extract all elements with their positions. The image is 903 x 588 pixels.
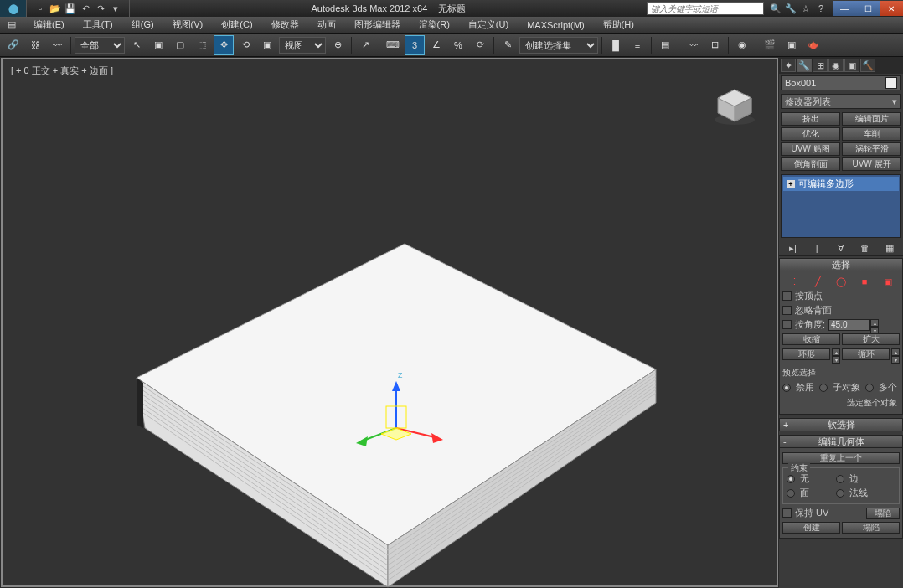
collapse-button[interactable]: 塌陷 [842, 522, 900, 534]
soft-selection-header[interactable]: +软选择 [779, 418, 903, 431]
create-button[interactable]: 创建 [782, 522, 840, 534]
menu-views[interactable]: 视图(V) [169, 17, 207, 33]
app-logo[interactable]: ⬤ [0, 0, 27, 17]
menu-help[interactable]: 帮助(H) [600, 17, 637, 33]
angle-snap-icon[interactable]: ∠ [426, 35, 446, 55]
turbosmooth-button[interactable]: 涡轮平滑 [842, 142, 901, 156]
material-editor-icon[interactable]: ◉ [732, 35, 752, 55]
extrude-button[interactable]: 挤出 [781, 112, 840, 126]
display-tab-icon[interactable]: ▣ [844, 59, 859, 72]
percent-snap-icon[interactable]: % [448, 35, 468, 55]
binoculars-icon[interactable]: 🔍 [769, 2, 782, 15]
help-icon[interactable]: ? [814, 2, 828, 15]
border-icon[interactable]: ◯ [834, 276, 848, 287]
constraint-none-radio[interactable] [787, 475, 795, 483]
remove-mod-icon[interactable]: 🗑 [859, 241, 872, 255]
render-setup-icon[interactable]: 🎬 [760, 35, 780, 55]
search-input[interactable] [647, 2, 764, 15]
edit-patch-button[interactable]: 编辑面片 [842, 112, 901, 126]
dropdown-icon[interactable]: ▾ [109, 2, 122, 15]
named-selection-dropdown[interactable]: 创建选择集 [519, 37, 598, 54]
menu-modifiers[interactable]: 修改器 [268, 17, 302, 33]
constraint-normal-radio[interactable] [836, 489, 844, 498]
polygon-icon[interactable]: ■ [858, 276, 871, 287]
new-icon[interactable]: ▫ [34, 2, 47, 15]
utilities-tab-icon[interactable]: 🔨 [860, 59, 875, 72]
edit-geometry-header[interactable]: -编辑几何体 [779, 435, 903, 448]
uvw-map-button[interactable]: UVW 贴图 [781, 142, 840, 156]
viewport-label[interactable]: [ + 0 正交 + 真实 + 边面 ] [11, 64, 113, 77]
preserve-uv-checkbox[interactable] [782, 508, 792, 518]
select-manipulate-icon[interactable]: ↗ [355, 35, 375, 55]
menu-animation[interactable]: 动画 [314, 17, 339, 33]
scale-icon[interactable]: ▣ [257, 35, 277, 55]
align-icon[interactable]: ≡ [627, 35, 648, 55]
ignore-backfacing-checkbox[interactable] [782, 306, 792, 315]
by-angle-checkbox[interactable] [782, 320, 792, 329]
element-icon[interactable]: ▣ [881, 276, 895, 287]
ref-coord-dropdown[interactable]: 视图 [279, 37, 326, 54]
minimize-button[interactable]: — [833, 1, 856, 16]
lathe-button[interactable]: 车削 [842, 127, 901, 141]
mirror-icon[interactable]: ▐▌ [606, 35, 626, 55]
link-icon[interactable]: 🔗 [3, 35, 23, 55]
selection-filter-dropdown[interactable]: 全部 [75, 37, 125, 54]
selection-rollout-header[interactable]: -选择 [779, 258, 903, 271]
menu-graph-editors[interactable]: 图形编辑器 [351, 17, 404, 33]
snap-toggle-icon[interactable]: 3 [405, 35, 425, 55]
preserve-uv-settings-button[interactable]: 塌陷 [866, 508, 900, 519]
menu-maxscript[interactable]: MAXScript(M) [524, 18, 587, 32]
rotate-icon[interactable]: ⟲ [235, 35, 255, 55]
constraint-edge-radio[interactable] [836, 475, 844, 483]
expand-icon[interactable]: + [787, 180, 795, 188]
key-icon[interactable]: 🔧 [784, 2, 797, 15]
subobj-radio[interactable] [819, 384, 828, 392]
window-crossing-icon[interactable]: ⬚ [192, 35, 212, 55]
disable-radio[interactable] [782, 384, 791, 392]
undo-icon[interactable]: ↶ [79, 2, 92, 15]
star-icon[interactable]: ☆ [799, 2, 813, 15]
object-name-field[interactable]: Box001 [781, 75, 901, 90]
loop-button[interactable]: 循环 [842, 348, 890, 360]
keyboard-shortcut-icon[interactable]: ⌨ [383, 35, 403, 55]
ring-button[interactable]: 环形 [782, 348, 830, 360]
select-icon[interactable]: ↖ [126, 35, 147, 55]
modifier-stack[interactable]: + 可编辑多边形 [781, 174, 901, 238]
pivot-icon[interactable]: ⊕ [328, 35, 348, 55]
by-vertex-checkbox[interactable] [782, 291, 792, 301]
menu-rendering[interactable]: 渲染(R) [415, 17, 453, 33]
optimize-button[interactable]: 优化 [781, 127, 840, 141]
modifier-list-dropdown[interactable]: 修改器列表 ▾ [781, 94, 901, 109]
spinner-snap-icon[interactable]: ⟳ [470, 35, 490, 55]
modify-tab-icon[interactable]: 🔧 [797, 59, 812, 72]
viewcube[interactable] [710, 85, 760, 126]
render-frame-icon[interactable]: ▣ [782, 35, 802, 55]
vertex-icon[interactable]: ⋮ [787, 276, 801, 287]
create-tab-icon[interactable]: ✦ [781, 59, 796, 72]
maximize-button[interactable]: ☐ [856, 1, 880, 16]
curve-editor-icon[interactable]: 〰 [683, 35, 703, 55]
render-icon[interactable]: 🫖 [803, 35, 823, 55]
menu-tools[interactable]: 工具(T) [80, 17, 116, 33]
select-name-icon[interactable]: ▣ [148, 35, 168, 55]
book-model[interactable]: z [70, 177, 673, 588]
edit-named-sel-icon[interactable]: ✎ [498, 35, 518, 55]
select-region-icon[interactable]: ▢ [170, 35, 190, 55]
hierarchy-tab-icon[interactable]: ⊞ [813, 59, 828, 72]
constraint-face-radio[interactable] [787, 489, 795, 498]
pin-stack-icon[interactable]: ▸| [786, 241, 799, 255]
bind-icon[interactable]: 〰 [47, 35, 67, 55]
viewport[interactable]: [ + 0 正交 + 真实 + 边面 ] [1, 58, 778, 587]
layers-icon[interactable]: ▤ [655, 35, 675, 55]
modifier-stack-item[interactable]: + 可编辑多边形 [783, 177, 899, 191]
make-unique-icon[interactable]: ∀ [834, 241, 848, 255]
menu-group[interactable]: 组(G) [128, 17, 157, 33]
open-icon[interactable]: 📂 [49, 2, 62, 15]
menu-customize[interactable]: 自定义(U) [465, 17, 512, 33]
redo-icon[interactable]: ↷ [94, 2, 107, 15]
angle-spinner[interactable]: 45.0 ▴▾ [828, 319, 879, 331]
menu-edit[interactable]: 编辑(E) [30, 17, 68, 33]
show-result-icon[interactable]: | [810, 241, 823, 255]
move-icon[interactable]: ✥ [214, 35, 234, 55]
save-icon[interactable]: 💾 [64, 2, 77, 15]
